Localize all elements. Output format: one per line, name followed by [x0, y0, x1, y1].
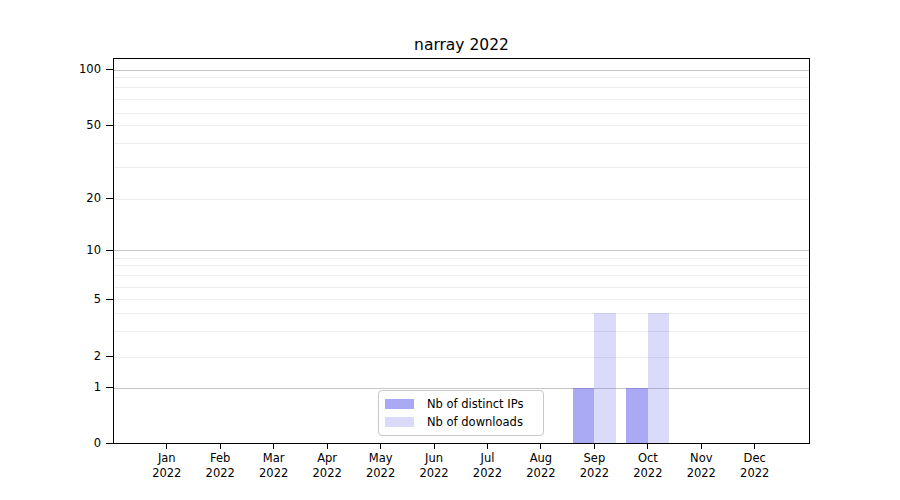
bar-distinct-ips-sep	[573, 388, 594, 444]
gridline-major-100	[113, 70, 810, 71]
bar-downloads-oct	[648, 313, 669, 443]
gridline-major-1	[113, 388, 810, 389]
y-tick-20	[106, 198, 113, 199]
legend-swatch-downloads	[385, 417, 414, 427]
gridline-minor-40	[113, 143, 810, 144]
legend-swatch-distinct-ips	[385, 399, 414, 409]
y-tick-label-50: 50	[0, 118, 101, 133]
x-tick-jul	[487, 444, 488, 449]
legend: Nb of distinct IPs Nb of downloads	[378, 390, 544, 436]
x-tick-apr	[327, 444, 328, 449]
gridline-minor-3	[113, 331, 810, 332]
figure: narray 2022 0125102050100Jan2022Feb2022M…	[0, 0, 900, 500]
y-tick-10	[106, 250, 113, 251]
chart-title: narray 2022	[113, 36, 810, 54]
x-tick-mar	[273, 444, 274, 449]
gridline-minor-7	[113, 275, 810, 276]
gridline-major-10	[113, 250, 810, 251]
gridline-minor-2	[113, 357, 810, 358]
gridline-minor-50	[113, 125, 810, 126]
plot-area	[113, 58, 810, 444]
y-tick-100	[106, 69, 113, 70]
legend-label-distinct-ips: Nb of distinct IPs	[427, 397, 523, 411]
legend-item-distinct-ips: Nb of distinct IPs	[385, 397, 537, 411]
gridline-minor-80	[113, 87, 810, 88]
gridline-minor-6	[113, 287, 810, 288]
gridline-minor-8	[113, 265, 810, 266]
y-tick-0	[106, 443, 113, 444]
x-tick-jan	[166, 444, 167, 449]
x-tick-jun	[434, 444, 435, 449]
y-tick-2	[106, 356, 113, 357]
y-tick-label-0: 0	[0, 436, 101, 451]
bar-downloads-sep	[594, 313, 615, 443]
y-tick-label-1: 1	[0, 380, 101, 395]
x-tick-may	[380, 444, 381, 449]
y-tick-label-10: 10	[0, 243, 101, 258]
x-tick-sep	[594, 444, 595, 449]
gridline-minor-90	[113, 77, 810, 78]
y-tick-label-2: 2	[0, 349, 101, 364]
gridline-minor-4	[113, 313, 810, 314]
bar-distinct-ips-oct	[626, 388, 647, 444]
x-tick-year: 2022	[723, 466, 787, 481]
y-tick-50	[106, 125, 113, 126]
legend-label-downloads: Nb of downloads	[427, 415, 523, 429]
gridline-minor-70	[113, 99, 810, 100]
y-tick-5	[106, 299, 113, 300]
gridline-minor-60	[113, 113, 810, 114]
x-tick-label-dec: Dec2022	[723, 451, 787, 480]
x-tick-nov	[701, 444, 702, 449]
gridline-minor-20	[113, 199, 810, 200]
x-tick-month: Dec	[723, 451, 787, 466]
x-tick-dec	[754, 444, 755, 449]
y-tick-1	[106, 387, 113, 388]
legend-item-downloads: Nb of downloads	[385, 415, 537, 429]
y-tick-label-100: 100	[0, 62, 101, 77]
x-tick-oct	[647, 444, 648, 449]
y-tick-label-20: 20	[0, 191, 101, 206]
gridline-minor-9	[113, 258, 810, 259]
x-tick-feb	[220, 444, 221, 449]
gridline-minor-30	[113, 167, 810, 168]
gridline-minor-5	[113, 299, 810, 300]
y-tick-label-5: 5	[0, 292, 101, 307]
x-tick-aug	[540, 444, 541, 449]
